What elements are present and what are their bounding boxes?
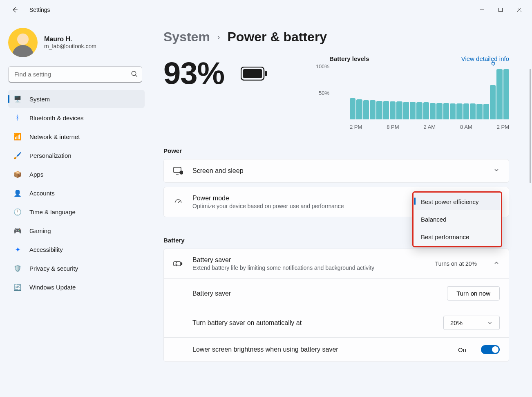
chevron-down-icon xyxy=(493,167,500,175)
xtick: 8 PM xyxy=(387,124,399,130)
chevron-right-icon: › xyxy=(217,32,220,42)
sidebar-item-personalization[interactable]: 🖌️Personalization xyxy=(8,146,145,164)
brush-icon: 🖌️ xyxy=(13,151,22,160)
sidebar-item-accessibility[interactable]: ✦Accessibility xyxy=(8,240,145,258)
turn-on-now-button[interactable]: Turn on now xyxy=(447,286,500,301)
toggle-state-label: On xyxy=(458,346,466,353)
battery-icon xyxy=(241,67,268,82)
minimize-button[interactable] xyxy=(472,3,491,16)
sidebar-item-label: System xyxy=(29,96,50,103)
chart-bar xyxy=(410,102,416,119)
maximize-button[interactable] xyxy=(491,3,510,16)
auto-on-select[interactable]: 20% xyxy=(443,316,500,330)
power-mode-icon xyxy=(173,198,183,206)
titlebar: Settings xyxy=(0,0,532,20)
chart-bar xyxy=(450,103,456,119)
scrollbar[interactable] xyxy=(530,69,531,183)
sidebar-item-privacy[interactable]: 🛡️Privacy & security xyxy=(8,259,145,277)
chart-bar xyxy=(396,101,402,119)
svg-point-4 xyxy=(132,71,136,76)
chart-bar xyxy=(356,99,362,119)
power-mode-title: Power mode xyxy=(192,195,344,202)
sidebar-item-label: Accessibility xyxy=(29,246,63,253)
arrow-left-icon xyxy=(11,6,18,13)
sidebar-item-network[interactable]: 📶Network & internet xyxy=(8,128,145,146)
option-best-efficiency[interactable]: Best power efficiency xyxy=(414,193,500,210)
svg-line-5 xyxy=(135,75,137,77)
display-icon: 🖥️ xyxy=(13,94,22,103)
svg-line-11 xyxy=(178,201,180,203)
chart-bar xyxy=(376,101,382,120)
option-balanced[interactable]: Balanced xyxy=(414,211,500,228)
svg-rect-7 xyxy=(243,69,262,78)
svg-point-10 xyxy=(180,171,183,174)
chart-bar xyxy=(456,103,462,119)
sidebar-item-update[interactable]: 🔄Windows Update xyxy=(8,278,145,296)
user-name: Mauro H. xyxy=(44,36,96,43)
svg-rect-1 xyxy=(499,8,503,12)
bluetooth-icon: ᚼ xyxy=(13,113,22,122)
ytick-50: 50% xyxy=(319,90,329,96)
lower-brightness-toggle[interactable] xyxy=(481,345,500,354)
maximize-icon xyxy=(498,7,503,12)
page-title: Power & battery xyxy=(228,29,327,45)
shield-icon: 🛡️ xyxy=(13,264,22,273)
lower-brightness-label: Lower screen brightness when using batte… xyxy=(192,346,338,353)
accessibility-icon: ✦ xyxy=(13,245,22,254)
sidebar: Mauro H. m_lab@outlook.com 🖥️System ᚼBlu… xyxy=(0,20,147,397)
battery-saver-toggle-row: Battery saver Turn on now xyxy=(164,278,509,308)
wifi-icon: 📶 xyxy=(13,132,22,141)
chart-bars xyxy=(350,66,509,119)
xtick: 8 AM xyxy=(460,124,472,130)
user-email: m_lab@outlook.com xyxy=(44,43,96,49)
sidebar-item-label: Time & language xyxy=(29,209,76,215)
sidebar-item-accounts[interactable]: 👤Accounts xyxy=(8,184,145,202)
battery-saver-icon xyxy=(173,260,183,267)
battery-saver-status: Turns on at 20% xyxy=(435,260,477,267)
battery-saver-header-row[interactable]: Battery saver Extend battery life by lim… xyxy=(164,249,509,278)
sidebar-item-gaming[interactable]: 🎮Gaming xyxy=(8,222,145,240)
sidebar-item-time[interactable]: 🕒Time & language xyxy=(8,203,145,221)
close-button[interactable] xyxy=(510,3,529,16)
sidebar-item-apps[interactable]: 📦Apps xyxy=(8,165,145,183)
back-button[interactable] xyxy=(8,3,21,16)
avatar xyxy=(8,28,38,57)
profile[interactable]: Mauro H. m_lab@outlook.com xyxy=(8,28,145,57)
ytick-100: 100% xyxy=(316,63,329,70)
sidebar-item-label: Apps xyxy=(29,171,43,178)
nav: 🖥️System ᚼBluetooth & devices 📶Network &… xyxy=(8,90,145,296)
chart-bar xyxy=(403,102,409,119)
app-title: Settings xyxy=(29,7,50,13)
update-icon: 🔄 xyxy=(13,283,22,292)
chart-bar xyxy=(443,103,449,119)
battery-percent: 93% xyxy=(163,55,224,91)
chart-bar xyxy=(430,103,436,119)
chart-bar xyxy=(423,102,429,119)
sidebar-item-label: Personalization xyxy=(29,152,72,159)
clock-icon: 🕒 xyxy=(13,207,22,216)
breadcrumb-parent[interactable]: System xyxy=(163,29,210,45)
chart-bar xyxy=(483,104,489,119)
main-content: System › Power & battery 93% Battery lev… xyxy=(147,20,532,397)
power-mode-sub: Optimize your device based on power use … xyxy=(192,203,344,209)
battery-chart: Battery levels View detailed info 100% 5… xyxy=(329,55,509,140)
chart-bar xyxy=(503,69,509,120)
search-input[interactable] xyxy=(8,66,142,83)
minimize-icon xyxy=(479,7,484,12)
battery-saver-card: Battery saver Extend battery life by lim… xyxy=(163,249,509,362)
view-detailed-link[interactable]: View detailed info xyxy=(461,55,509,62)
breadcrumb: System › Power & battery xyxy=(163,29,509,45)
xtick: 2 AM xyxy=(424,124,436,130)
svg-rect-12 xyxy=(174,262,181,266)
chart-bar xyxy=(390,101,396,119)
person-icon: 👤 xyxy=(13,188,22,197)
section-power: Power xyxy=(163,147,509,154)
battery-saver-row-label: Battery saver xyxy=(192,290,231,297)
svg-rect-13 xyxy=(181,262,182,265)
sidebar-item-bluetooth[interactable]: ᚼBluetooth & devices xyxy=(8,109,145,127)
power-mode-card[interactable]: Power mode Optimize your device based on… xyxy=(163,187,509,217)
screen-sleep-card[interactable]: Screen and sleep xyxy=(163,159,509,183)
option-best-performance[interactable]: Best performance xyxy=(414,229,500,245)
sidebar-item-system[interactable]: 🖥️System xyxy=(8,90,145,108)
chevron-down-icon xyxy=(487,320,493,326)
